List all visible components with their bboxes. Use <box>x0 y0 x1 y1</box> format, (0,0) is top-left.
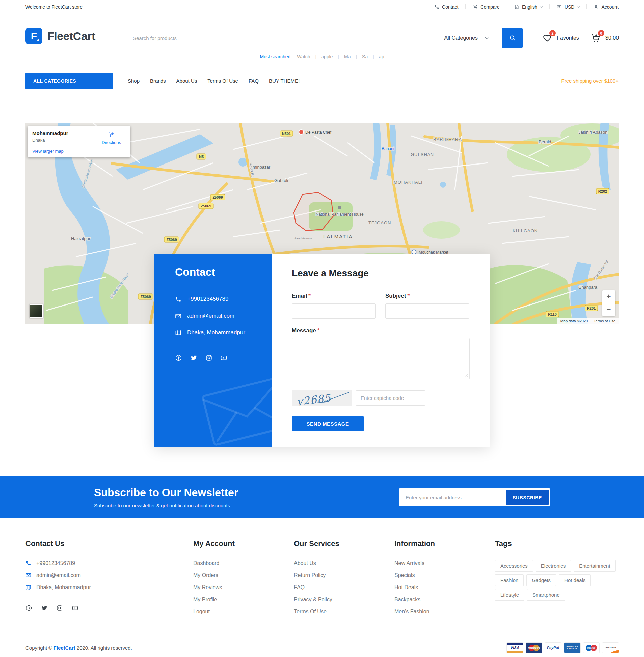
facebook-link[interactable] <box>175 354 182 363</box>
contact-panel: Contact +990123456789 admin@email.com Dh… <box>154 254 272 447</box>
footer-link-terms-of-use[interactable]: Terms Of Use <box>294 608 394 615</box>
account-link[interactable]: Account <box>586 4 619 10</box>
language-dropdown[interactable]: English <box>507 4 549 10</box>
svg-text:R202: R202 <box>598 189 607 193</box>
tag-accessories[interactable]: Accessories <box>495 560 533 572</box>
payment-visa: VISA <box>507 642 523 653</box>
zoom-in-button[interactable]: + <box>602 290 615 303</box>
footer-link-mens-fashion[interactable]: Men's Fashion <box>394 608 495 615</box>
all-categories-button[interactable]: ALL CATEGORIES <box>25 72 113 89</box>
newsletter-subtitle: Subscribe to our newsletter & get notifi… <box>94 503 238 508</box>
instagram-link[interactable] <box>205 354 212 363</box>
cart-total: $0.00 <box>605 35 619 41</box>
contact-social-links <box>175 354 251 363</box>
view-larger-map-link[interactable]: View larger map <box>32 149 64 154</box>
footer-email[interactable]: admin@email.com <box>25 572 193 578</box>
newsletter-email-input[interactable] <box>400 490 506 505</box>
footer-link-my-reviews[interactable]: My Reviews <box>193 584 294 591</box>
tag-entertainment[interactable]: Entertainment <box>574 560 616 572</box>
tag-electronics[interactable]: Electronics <box>536 560 571 572</box>
tag-hot-deals[interactable]: Hot deals <box>559 574 591 586</box>
footer-link-logout[interactable]: Logout <box>193 608 294 615</box>
contact-phone[interactable]: +990123456789 <box>175 296 251 303</box>
restaurant-pin[interactable] <box>299 130 303 134</box>
footer-link-return-policy[interactable]: Return Policy <box>294 572 394 578</box>
zoom-out-button[interactable]: − <box>602 304 615 316</box>
footer-information-column: Information New Arrivals Specials Hot De… <box>394 539 495 620</box>
footer-link-specials[interactable]: Specials <box>394 572 495 578</box>
currency-icon <box>557 4 562 9</box>
search-input[interactable] <box>124 29 434 47</box>
most-searched-label: Most searched: <box>260 54 292 60</box>
mail-icon <box>175 313 181 319</box>
form-title: Leave a Message <box>292 268 470 279</box>
most-searched-term[interactable]: Watch <box>297 54 310 60</box>
tag-lifestyle[interactable]: Lifestyle <box>495 589 524 600</box>
welcome-text: Welcome to FleetCart store <box>25 4 83 10</box>
topbar-contact-link[interactable]: Contact <box>427 4 465 10</box>
tag-smartphone[interactable]: Smartphone <box>527 589 565 600</box>
brand-logo[interactable]: F FleetCart <box>25 27 95 44</box>
svg-text:R201: R201 <box>587 306 596 310</box>
svg-text:MOHAKHALI: MOHAKHALI <box>394 180 423 185</box>
directions-button[interactable]: Directions <box>97 130 126 145</box>
tag-fashion[interactable]: Fashion <box>495 574 524 586</box>
svg-text:National Parliament House: National Parliament House <box>316 212 364 217</box>
footer-link-hot-deals[interactable]: Hot Deals <box>394 584 495 591</box>
compare-icon <box>473 4 478 9</box>
map-pin-icon <box>175 330 181 336</box>
search-category-dropdown[interactable]: All Categories <box>444 35 488 41</box>
nav-item-brands[interactable]: Brands <box>150 78 166 84</box>
captcha-input[interactable] <box>355 390 425 406</box>
nav-item-about[interactable]: About Us <box>177 78 197 84</box>
facebook-link[interactable] <box>25 605 32 613</box>
most-searched-term[interactable]: apple <box>321 54 333 60</box>
youtube-link[interactable] <box>72 605 78 613</box>
favorites-button[interactable]: 2 Favorites <box>542 33 579 43</box>
twitter-link[interactable] <box>41 605 48 613</box>
map-terms-link[interactable]: Terms of Use <box>591 319 619 323</box>
footer-link-dashboard[interactable]: Dashboard <box>193 560 294 566</box>
currency-dropdown[interactable]: USD <box>550 4 586 10</box>
tag-gadgets[interactable]: Gadgets <box>526 574 556 586</box>
topbar-compare-link[interactable]: Compare <box>465 4 507 10</box>
payment-paypal: PayPal <box>545 642 561 653</box>
satellite-view-toggle[interactable] <box>29 304 43 317</box>
footer-link-privacy-policy[interactable]: Privacy & Policy <box>294 596 394 603</box>
footer-link-faq[interactable]: FAQ <box>294 584 394 591</box>
footer-link-my-profile[interactable]: My Profile <box>193 596 294 603</box>
footer-phone[interactable]: +990123456789 <box>25 560 193 566</box>
twitter-link[interactable] <box>190 354 197 363</box>
footer-link-about-us[interactable]: About Us <box>294 560 394 566</box>
contact-email[interactable]: admin@email.com <box>175 312 251 319</box>
footer-link-my-orders[interactable]: My Orders <box>193 572 294 578</box>
most-searched-term[interactable]: ap <box>379 54 384 60</box>
email-field[interactable] <box>292 304 376 319</box>
logo-dot <box>37 39 39 41</box>
footer-brand-link[interactable]: FleetCart <box>54 645 75 651</box>
subject-field[interactable] <box>385 304 469 319</box>
send-message-button[interactable]: SEND MESSAGE <box>292 416 364 431</box>
instagram-link[interactable] <box>56 605 63 613</box>
nav-links: Shop Brands About Us Terms Of Use FAQ BU… <box>128 78 300 84</box>
youtube-link[interactable] <box>221 354 227 363</box>
footer-link-backpacks[interactable]: Backpacks <box>394 596 495 603</box>
search-button[interactable] <box>502 28 523 48</box>
svg-text:Beraid: Beraid <box>539 139 551 144</box>
footer-tags-column: Tags Accessories Electronics Entertainme… <box>495 539 619 620</box>
mail-icon <box>25 572 31 578</box>
payment-amex: AMERICAN EXPRESS <box>564 642 580 653</box>
most-searched-term[interactable]: Sa <box>362 54 368 60</box>
map-data-credit: Map data ©2020 <box>557 319 591 323</box>
subscribe-button[interactable]: SUBSCRIBE <box>506 490 549 505</box>
most-searched-term[interactable]: Ma <box>344 54 350 60</box>
footer-link-new-arrivals[interactable]: New Arrivals <box>394 560 495 566</box>
nav-item-buy-theme[interactable]: BUY THEME! <box>269 78 300 84</box>
map-info-card: Mohammadpur Dhaka View larger map Direct… <box>27 126 131 157</box>
nav-item-shop[interactable]: Shop <box>128 78 140 84</box>
nav-item-terms[interactable]: Terms Of Use <box>207 78 238 84</box>
message-field[interactable] <box>292 338 469 379</box>
cart-button[interactable]: 0 $0.00 <box>590 33 619 43</box>
nav-item-faq[interactable]: FAQ <box>249 78 259 84</box>
resize-handle-icon[interactable] <box>465 372 468 378</box>
